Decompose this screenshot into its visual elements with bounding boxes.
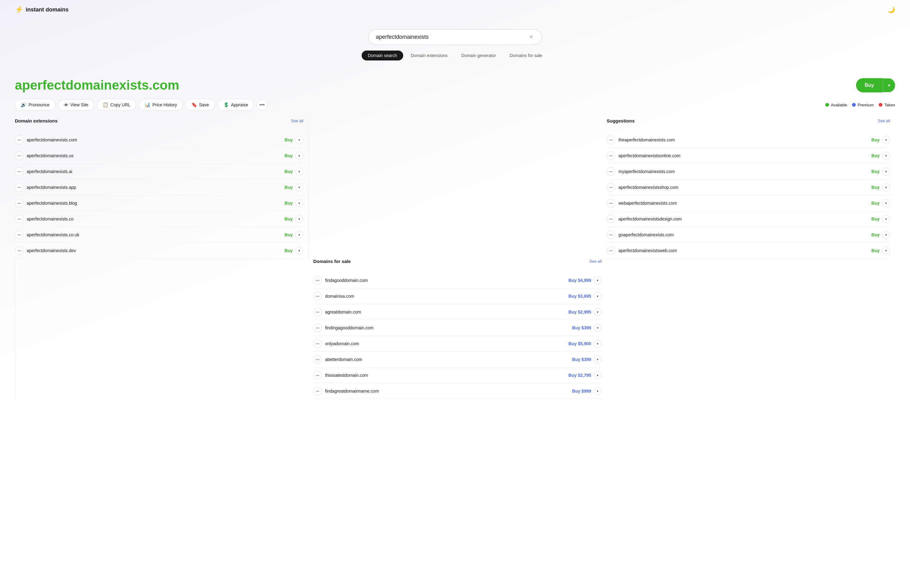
copy-url-button[interactable]: 📋 Copy URL — [97, 99, 136, 111]
tab-domain-search[interactable]: Domain search — [362, 50, 403, 60]
buy-domain-button[interactable]: Buy — [871, 248, 879, 253]
buy-domain-button[interactable]: Buy — [871, 201, 879, 206]
buy-domain-button[interactable]: Buy $2,995 — [569, 310, 591, 315]
buy-domain-button[interactable]: Buy — [871, 153, 879, 158]
extensions-see-all[interactable]: See all — [291, 118, 303, 123]
save-button[interactable]: 🔖 Save — [186, 99, 215, 111]
buy-domain-button[interactable]: Buy $4,999 — [569, 278, 591, 283]
buy-domain-button[interactable]: Buy — [285, 216, 293, 221]
table-row: ••• aperfectdomainexists.co.uk Buy ▾ — [15, 227, 303, 243]
search-bar: × — [368, 29, 542, 45]
tab-domains-for-sale[interactable]: Domains for sale — [503, 50, 548, 60]
row-options-button[interactable]: ••• — [313, 276, 322, 285]
expand-button[interactable]: ▾ — [594, 324, 602, 332]
suggestions-see-all[interactable]: See all — [878, 118, 890, 123]
buy-domain-button[interactable]: Buy $399 — [572, 357, 591, 362]
buy-domain-button[interactable]: Buy $5,900 — [569, 341, 591, 346]
row-options-button[interactable]: ••• — [607, 136, 615, 144]
expand-button[interactable]: ▾ — [594, 308, 602, 316]
row-options-button[interactable]: ••• — [313, 339, 322, 348]
legend: Available Premium Taken — [825, 103, 895, 107]
for-sale-see-all[interactable]: See all — [589, 259, 602, 263]
dark-mode-button[interactable]: 🌙 — [887, 6, 895, 13]
row-options-button[interactable]: ••• — [15, 246, 24, 255]
buy-domain-button[interactable]: Buy — [871, 216, 879, 221]
row-options-button[interactable]: ••• — [607, 215, 615, 223]
buy-domain-button[interactable]: Buy — [871, 169, 879, 174]
expand-button[interactable]: ▾ — [882, 183, 890, 191]
expand-button[interactable]: ▾ — [882, 247, 890, 255]
tab-domain-generator[interactable]: Domain generator — [455, 50, 502, 60]
expand-button[interactable]: ▾ — [594, 387, 602, 395]
expand-button[interactable]: ▾ — [295, 247, 303, 255]
row-options-button[interactable]: ••• — [313, 308, 322, 316]
expand-button[interactable]: ▾ — [295, 152, 303, 160]
expand-button[interactable]: ▾ — [295, 183, 303, 191]
row-options-button[interactable]: ••• — [607, 167, 615, 176]
expand-button[interactable]: ▾ — [882, 152, 890, 160]
expand-button[interactable]: ▾ — [594, 339, 602, 348]
buy-dropdown-button[interactable]: ▾ — [883, 78, 895, 92]
expand-button[interactable]: ▾ — [594, 292, 602, 300]
expand-button[interactable]: ▾ — [295, 168, 303, 176]
pronounce-button[interactable]: 🔊 Pronounce — [15, 99, 55, 111]
tab-domain-extensions[interactable]: Domain extensions — [404, 50, 454, 60]
buy-button[interactable]: Buy — [856, 78, 883, 92]
row-options-button[interactable]: ••• — [15, 151, 24, 160]
row-options-button[interactable]: ••• — [15, 167, 24, 176]
row-options-button[interactable]: ••• — [607, 246, 615, 255]
buy-domain-button[interactable]: Buy $999 — [572, 389, 591, 394]
row-options-button[interactable]: ••• — [313, 323, 322, 332]
more-options-button[interactable]: ••• — [257, 99, 268, 110]
search-input[interactable] — [376, 34, 528, 40]
expand-button[interactable]: ▾ — [882, 168, 890, 176]
row-options-button[interactable]: ••• — [15, 183, 24, 192]
expand-button[interactable]: ▾ — [594, 355, 602, 363]
buy-domain-button[interactable]: Buy — [871, 185, 879, 190]
row-options-button[interactable]: ••• — [313, 292, 322, 300]
row-options-button[interactable]: ••• — [15, 230, 24, 239]
buy-domain-button[interactable]: Buy — [285, 153, 293, 158]
buy-domain-button[interactable]: Buy — [871, 232, 879, 237]
appraise-button[interactable]: 💲 Appraise — [217, 99, 254, 111]
row-options-button[interactable]: ••• — [313, 387, 322, 396]
expand-button[interactable]: ▾ — [295, 215, 303, 223]
row-options-button[interactable]: ••• — [607, 183, 615, 192]
table-row: ••• domainisa.com Buy $3,695 ▾ — [313, 288, 602, 304]
buy-domain-button[interactable]: Buy — [285, 232, 293, 237]
price-history-button[interactable]: 📊 Price History — [139, 99, 183, 111]
view-site-button[interactable]: 👁 View Site — [58, 99, 94, 111]
buy-domain-button[interactable]: Buy — [285, 201, 293, 206]
speaker-icon: 🔊 — [21, 102, 27, 108]
row-options-button[interactable]: ••• — [607, 151, 615, 160]
row-options-button[interactable]: ••• — [15, 199, 24, 207]
expand-button[interactable]: ▾ — [295, 199, 303, 207]
buy-domain-button[interactable]: Buy $3,695 — [569, 294, 591, 299]
domain-name: onlyadomain.com — [325, 341, 359, 346]
extensions-list: ••• aperfectdomainexists.com Buy ▾ ••• a… — [15, 132, 303, 258]
row-options-button[interactable]: ••• — [15, 215, 24, 223]
buy-domain-button[interactable]: Buy — [285, 248, 293, 253]
expand-button[interactable]: ▾ — [882, 199, 890, 207]
buy-domain-button[interactable]: Buy — [285, 185, 293, 190]
table-row: ••• aperfectdomainexists.blog Buy ▾ — [15, 195, 303, 211]
expand-button[interactable]: ▾ — [882, 215, 890, 223]
expand-button[interactable]: ▾ — [295, 136, 303, 144]
row-options-button[interactable]: ••• — [313, 371, 322, 380]
expand-button[interactable]: ▾ — [295, 231, 303, 239]
expand-button[interactable]: ▾ — [882, 231, 890, 239]
row-options-button[interactable]: ••• — [15, 136, 24, 144]
row-options-button[interactable]: ••• — [313, 355, 322, 364]
row-options-button[interactable]: ••• — [607, 199, 615, 207]
buy-domain-button[interactable]: Buy — [871, 137, 879, 142]
table-row: ••• aperfectdomainexistsonline.com Buy ▾ — [607, 148, 890, 164]
buy-domain-button[interactable]: Buy $399 — [572, 325, 591, 330]
buy-domain-button[interactable]: Buy $2,795 — [569, 373, 591, 378]
search-clear-button[interactable]: × — [528, 34, 534, 40]
row-options-button[interactable]: ••• — [607, 230, 615, 239]
expand-button[interactable]: ▾ — [882, 136, 890, 144]
buy-domain-button[interactable]: Buy — [285, 169, 293, 174]
expand-button[interactable]: ▾ — [594, 371, 602, 379]
buy-domain-button[interactable]: Buy — [285, 137, 293, 142]
expand-button[interactable]: ▾ — [594, 276, 602, 284]
